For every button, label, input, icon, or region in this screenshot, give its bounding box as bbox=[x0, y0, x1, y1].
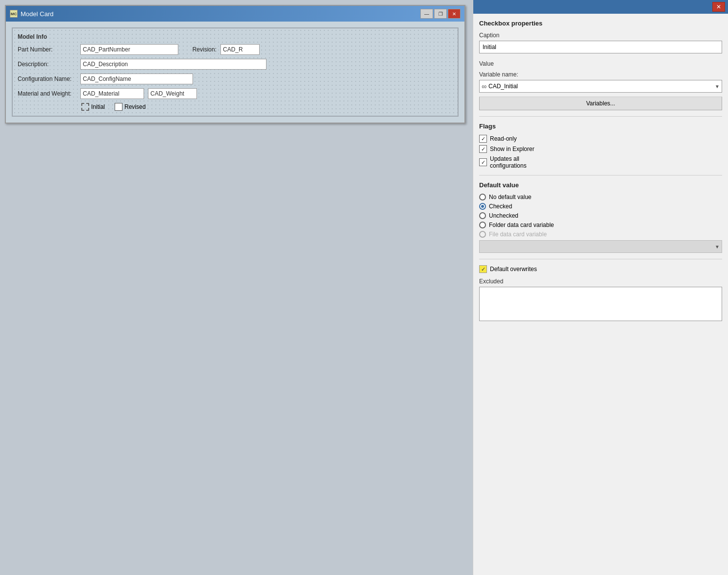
value-section-label: Value bbox=[479, 60, 722, 67]
flags-label: Flags bbox=[479, 123, 722, 130]
folder-data-card-label: Folder data card variable bbox=[489, 222, 554, 228]
no-default-radio[interactable] bbox=[479, 194, 486, 200]
variable-name-row: ∞ CAD_Initial ▼ bbox=[479, 80, 722, 93]
divider-3 bbox=[479, 259, 722, 259]
show-explorer-row: Show in Explorer bbox=[479, 145, 722, 153]
material-weight-label: Material and Weight: bbox=[18, 90, 76, 97]
revision-label: Revision: bbox=[182, 46, 217, 53]
flags-section: Read-only Show in Explorer Updates all c… bbox=[479, 135, 722, 169]
left-panel: MC Model Card — ❐ ✕ Model Info Part Numb… bbox=[0, 0, 473, 575]
read-only-checkbox[interactable] bbox=[479, 135, 487, 143]
folder-data-card-row: Folder data card variable bbox=[479, 222, 722, 228]
config-name-label: Configuration Name: bbox=[18, 75, 76, 82]
divider-1 bbox=[479, 116, 722, 117]
properties-content: Checkbox properties Caption Value Variab… bbox=[473, 14, 728, 575]
revised-checkbox-item: Revised bbox=[115, 103, 146, 111]
initial-checkbox[interactable] bbox=[81, 103, 89, 111]
checked-row: Checked bbox=[479, 203, 722, 210]
model-card-window: MC Model Card — ❐ ✕ Model Info Part Numb… bbox=[5, 5, 465, 124]
read-only-label: Read-only bbox=[490, 135, 517, 142]
right-title-bar: ✕ bbox=[473, 0, 728, 14]
default-overwrites-checkbox[interactable] bbox=[479, 265, 487, 273]
model-card-icon: MC bbox=[10, 10, 18, 18]
checked-radio[interactable] bbox=[479, 203, 486, 210]
group-label: Model Info bbox=[18, 33, 453, 40]
file-data-card-radio[interactable] bbox=[479, 231, 486, 238]
updates-all-checkbox[interactable] bbox=[479, 158, 487, 166]
excluded-label: Excluded bbox=[479, 278, 722, 285]
unchecked-row: Unchecked bbox=[479, 212, 722, 219]
part-number-row: Part Number: Revision: bbox=[18, 44, 453, 55]
no-default-label: No default value bbox=[489, 194, 532, 200]
file-data-card-dropdown: ▼ bbox=[479, 240, 722, 253]
config-name-row: Configuration Name: bbox=[18, 74, 453, 84]
config-name-input[interactable] bbox=[80, 74, 193, 84]
default-overwrites-row: Default overwrites bbox=[479, 265, 722, 273]
updates-all-row: Updates all configurations bbox=[479, 155, 722, 169]
no-default-row: No default value bbox=[479, 194, 722, 200]
unchecked-label: Unchecked bbox=[489, 212, 518, 219]
updates-all-label: Updates all bbox=[490, 155, 519, 162]
window-controls: — ❐ ✕ bbox=[420, 9, 461, 19]
part-number-input[interactable] bbox=[80, 44, 178, 55]
minimize-button[interactable]: — bbox=[420, 9, 433, 19]
variable-name-select[interactable]: ∞ CAD_Initial ▼ bbox=[479, 80, 722, 93]
caption-label: Caption bbox=[479, 32, 722, 39]
default-value-label: Default value bbox=[479, 181, 722, 189]
window-title: Model Card bbox=[21, 10, 53, 18]
dropdown-arrow-icon: ▼ bbox=[715, 84, 720, 89]
title-bar-left: MC Model Card bbox=[10, 10, 53, 18]
close-button[interactable]: ✕ bbox=[448, 9, 461, 19]
caption-input[interactable] bbox=[479, 41, 722, 53]
unchecked-radio[interactable] bbox=[479, 212, 486, 219]
right-close-button[interactable]: ✕ bbox=[712, 2, 725, 12]
right-panel: ✕ Checkbox properties Caption Value Vari… bbox=[473, 0, 728, 575]
read-only-row: Read-only bbox=[479, 135, 722, 143]
variable-name-label: Variable name: bbox=[479, 71, 722, 78]
material-input[interactable] bbox=[80, 88, 144, 99]
file-data-card-label: File data card variable bbox=[489, 231, 547, 238]
window-content: Model Info Part Number: Revision: Descri… bbox=[6, 22, 464, 123]
model-info-group: Model Info Part Number: Revision: Descri… bbox=[12, 27, 459, 117]
folder-data-card-radio[interactable] bbox=[479, 222, 486, 228]
initial-checkbox-item: Initial bbox=[81, 103, 105, 111]
description-input[interactable] bbox=[80, 59, 267, 70]
default-value-section: No default value Checked Unchecked Folde… bbox=[479, 194, 722, 253]
file-data-card-row: File data card variable bbox=[479, 231, 722, 238]
divider-2 bbox=[479, 175, 722, 175]
revised-label: Revised bbox=[124, 103, 146, 110]
checked-label: Checked bbox=[489, 203, 512, 210]
default-overwrites-label: Default overwrites bbox=[490, 266, 537, 273]
weight-input[interactable] bbox=[148, 88, 197, 99]
description-row: Description: bbox=[18, 59, 453, 70]
properties-title: Checkbox properties bbox=[479, 20, 722, 27]
material-weight-row: Material and Weight: bbox=[18, 88, 453, 99]
checkbox-row: Initial Revised bbox=[81, 103, 453, 111]
restore-button[interactable]: ❐ bbox=[434, 9, 447, 19]
variable-value: CAD_Initial bbox=[488, 83, 518, 90]
revised-checkbox[interactable] bbox=[115, 103, 122, 111]
excluded-textarea[interactable] bbox=[479, 287, 722, 321]
title-bar: MC Model Card — ❐ ✕ bbox=[6, 6, 464, 22]
infinity-icon: ∞ bbox=[482, 82, 486, 90]
variables-button[interactable]: Variables... bbox=[479, 97, 722, 110]
show-explorer-label: Show in Explorer bbox=[490, 146, 534, 152]
disabled-dropdown-arrow: ▼ bbox=[715, 244, 720, 250]
initial-label: Initial bbox=[91, 103, 105, 110]
part-number-label: Part Number: bbox=[18, 46, 76, 53]
configurations-label: configurations bbox=[490, 162, 527, 169]
revision-input[interactable] bbox=[220, 44, 260, 55]
description-label: Description: bbox=[18, 61, 76, 68]
show-explorer-checkbox[interactable] bbox=[479, 145, 487, 153]
